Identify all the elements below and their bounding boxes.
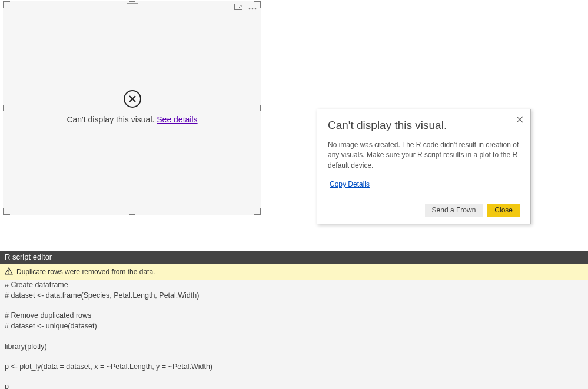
dialog-title: Can't display this visual. — [328, 119, 520, 132]
focus-mode-icon[interactable] — [234, 4, 242, 12]
copy-details-link[interactable]: Copy Details — [328, 179, 371, 189]
resize-handle[interactable] — [260, 1, 261, 8]
error-icon — [124, 90, 141, 108]
warning-icon — [5, 267, 13, 277]
code-editor[interactable]: # Create dataframe # dataset <- data.fra… — [0, 280, 588, 389]
error-dialog: Can't display this visual. No image was … — [317, 109, 531, 224]
dialog-body: No image was created. The R code didn't … — [328, 140, 520, 171]
error-message: Can't display this visual. — [67, 115, 157, 124]
more-options-icon[interactable] — [248, 4, 257, 12]
resize-handle[interactable] — [3, 208, 4, 215]
close-icon[interactable] — [516, 115, 523, 125]
resize-handle[interactable] — [3, 1, 4, 8]
code-line: # Remove duplicated rows — [5, 310, 583, 321]
close-button[interactable]: Close — [487, 204, 520, 217]
code-line: p <- plot_ly(data = dataset, x = ~Petal.… — [5, 361, 583, 372]
svg-point-3 — [255, 8, 257, 10]
send-frown-button[interactable]: Send a Frown — [425, 204, 483, 217]
code-line: library(plotly) — [5, 341, 583, 352]
drag-handle-icon[interactable] — [127, 2, 138, 4]
editor-header: R script editor — [0, 251, 588, 264]
svg-point-1 — [249, 8, 251, 10]
warning-text: Duplicate rows were removed from the dat… — [16, 268, 155, 276]
see-details-link[interactable]: See details — [157, 115, 197, 124]
warning-bar: Duplicate rows were removed from the dat… — [0, 264, 588, 280]
visual-error: Can't display this visual. See details — [3, 90, 261, 124]
visual-container[interactable]: Can't display this visual. See details — [3, 1, 261, 215]
code-line: # Create dataframe — [5, 280, 583, 290]
code-line: # dataset <- data.frame(Species, Petal.L… — [5, 290, 583, 301]
svg-point-2 — [252, 8, 254, 10]
code-line: p — [5, 381, 583, 389]
editor-title: R script editor — [5, 252, 52, 261]
resize-handle[interactable] — [129, 214, 135, 215]
svg-point-5 — [8, 273, 9, 274]
code-line: # dataset <- unique(dataset) — [5, 321, 583, 331]
resize-handle[interactable] — [260, 208, 261, 215]
